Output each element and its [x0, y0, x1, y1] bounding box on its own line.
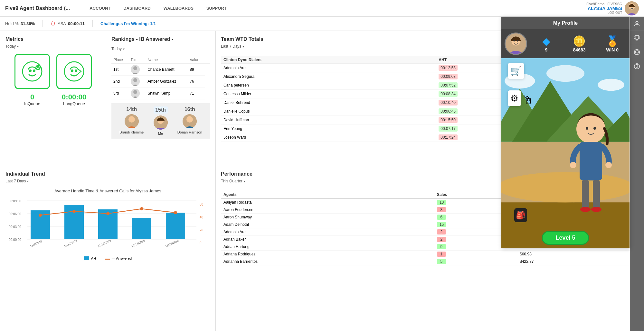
trend-filter[interactable]: Last 7 Days ▾ — [5, 179, 210, 183]
chart-svg: 00:09:00 00:06:00 00:03:00 00:00:00 60 4… — [5, 196, 210, 254]
col-pic: Pic — [129, 56, 146, 64]
svg-point-41 — [72, 210, 76, 213]
user-logout[interactable]: LOG OUT — [586, 11, 622, 14]
user-section: Five9Demo | FIVE9SC ALYSSA JAMES LOG OUT — [586, 1, 639, 15]
svg-rect-68 — [580, 142, 602, 180]
user-avatar — [625, 1, 639, 15]
svg-text:60: 60 — [200, 203, 204, 206]
svg-point-40 — [39, 214, 42, 217]
svg-point-52 — [513, 40, 515, 42]
rankings-header: Rankings - IB Answered - — [111, 36, 210, 44]
svg-text:11/14/2018: 11/14/2018 — [131, 239, 146, 248]
svg-point-16 — [133, 90, 137, 94]
svg-text:00:00:00: 00:00:00 — [9, 238, 21, 242]
chart-legend: AHT — Answered — [5, 256, 210, 260]
rankings-title: Rankings - IB Answered - — [111, 36, 173, 42]
svg-point-69 — [570, 162, 576, 168]
sidebar-profile-icon[interactable] — [630, 17, 644, 31]
perf-dropdown-arrow: ▾ — [244, 179, 245, 183]
svg-text:40: 40 — [200, 216, 204, 219]
svg-point-67 — [593, 127, 596, 130]
rankings-table: Place Pic Name Value 1st Chance Barnett … — [111, 56, 210, 99]
inqueue-number: 0 — [14, 93, 50, 101]
sidebar-help-icon[interactable] — [630, 59, 644, 73]
diamond-icon: ◆ — [532, 35, 560, 47]
user-name[interactable]: ALYSSA JAMES — [586, 6, 622, 11]
col-place: Place — [111, 56, 129, 64]
settings-overlay[interactable]: ⚙ — [508, 90, 521, 106]
svg-point-18 — [128, 116, 135, 123]
metric-icons — [5, 54, 101, 89]
chart-area: 00:09:00 00:06:00 00:03:00 00:00:00 60 4… — [5, 196, 210, 254]
nav-wallboards[interactable]: WALLBOARDS — [164, 6, 194, 11]
cart-overlay[interactable]: 🛒 — [508, 63, 524, 79]
profile-stat-coins: 🪙 84683 — [565, 35, 593, 52]
nav-dashboard[interactable]: DASHBOARD — [123, 6, 151, 11]
legend-aht-color — [84, 256, 89, 260]
team-col-name: Clinton Dyno Dialers — [221, 56, 436, 64]
diamond-count: 9 — [532, 47, 560, 52]
svg-point-53 — [517, 40, 518, 42]
svg-point-65 — [576, 115, 605, 143]
table-row: 1st Chance Barnett 89 — [111, 64, 210, 76]
svg-point-42 — [106, 212, 109, 215]
asa-value: 00:00:11 — [68, 21, 85, 26]
svg-rect-38 — [132, 218, 151, 239]
svg-text:20: 20 — [200, 228, 204, 232]
table-row: Adriana Rodriguez1$60.98 — [221, 251, 639, 258]
sidebar-trophy-icon[interactable] — [630, 31, 644, 45]
nav-divider — [83, 4, 83, 13]
longqueue-icon-box — [56, 54, 92, 89]
legend-aht: AHT — [84, 256, 98, 260]
col-value: Value — [188, 56, 205, 64]
metrics-filter[interactable]: Today ▾ — [5, 44, 101, 49]
rankings-filter[interactable]: Today ▾ — [111, 47, 210, 51]
asa-label: ASA — [58, 21, 66, 26]
metrics-title: Metrics — [5, 36, 101, 42]
app-title: Five9 Agent Dashboard (... — [5, 5, 76, 11]
legend-answered-color — [105, 259, 110, 260]
rank-14: 14th Brandi Klemme — [119, 106, 144, 135]
inqueue-icon-box — [14, 54, 50, 89]
cart-icon: 🛒 — [510, 66, 522, 76]
bottom-rankings: 14th Brandi Klemme 15th Me 16th — [111, 103, 210, 139]
col-scroll — [205, 56, 210, 64]
coin-icon: 🪙 — [565, 35, 593, 47]
rank-16: 16th Dorian Harrison — [177, 106, 202, 135]
right-sidebar — [630, 17, 644, 331]
svg-point-5 — [29, 69, 32, 72]
backpack-icon: 🎒 — [514, 208, 527, 222]
legend-aht-label: AHT — [91, 256, 98, 260]
col-name: Name — [146, 56, 188, 64]
svg-point-4 — [23, 62, 42, 81]
nav-support[interactable]: SUPPORT — [206, 6, 227, 11]
svg-point-74 — [591, 207, 601, 212]
profile-stat-wins: 🏅 WIN 0 — [598, 35, 626, 52]
svg-point-63 — [598, 79, 624, 91]
longqueue-label: LongQueue — [56, 101, 92, 106]
user-info: Five9Demo | FIVE9SC ALYSSA JAMES LOG OUT — [586, 2, 622, 14]
wins-count: WIN 0 — [598, 47, 626, 52]
metrics-dropdown-arrow: ▾ — [17, 45, 19, 48]
longqueue-number: 0:00:00 — [56, 93, 92, 101]
profile-panel: My Profile ◆ 9 🪙 84683 🏅 WIN 0 — [501, 17, 630, 248]
profile-body: 🛒 ⚙ 🖱 — [501, 58, 630, 248]
nav-account[interactable]: ACCOUNT — [90, 6, 110, 11]
hold-value: 31.36% — [21, 21, 35, 26]
trend-panel: Individual Trend Last 7 Days ▾ Average H… — [0, 166, 216, 331]
svg-point-9 — [71, 69, 73, 72]
svg-point-12 — [133, 66, 137, 70]
challenges-label: Challenges I'm Winning: 1/1 — [100, 21, 156, 26]
svg-point-80 — [637, 67, 637, 68]
svg-point-73 — [580, 207, 591, 212]
svg-text:11/9/2018: 11/9/2018 — [30, 240, 43, 248]
sidebar-globe-icon[interactable] — [630, 45, 644, 59]
profile-stat-diamonds: ◆ 9 — [532, 35, 560, 52]
svg-point-62 — [546, 65, 584, 82]
longqueue-val: 0:00:00 LongQueue — [56, 93, 92, 106]
legend-answered-label: — Answered — [112, 256, 132, 260]
trend-title: Individual Trend — [5, 171, 210, 177]
table-row: Adrianna Barrientos5$422.87 — [221, 258, 639, 265]
metric-values: 0 InQueue 0:00:00 LongQueue — [5, 93, 101, 106]
svg-text:00:09:00: 00:09:00 — [9, 199, 21, 203]
